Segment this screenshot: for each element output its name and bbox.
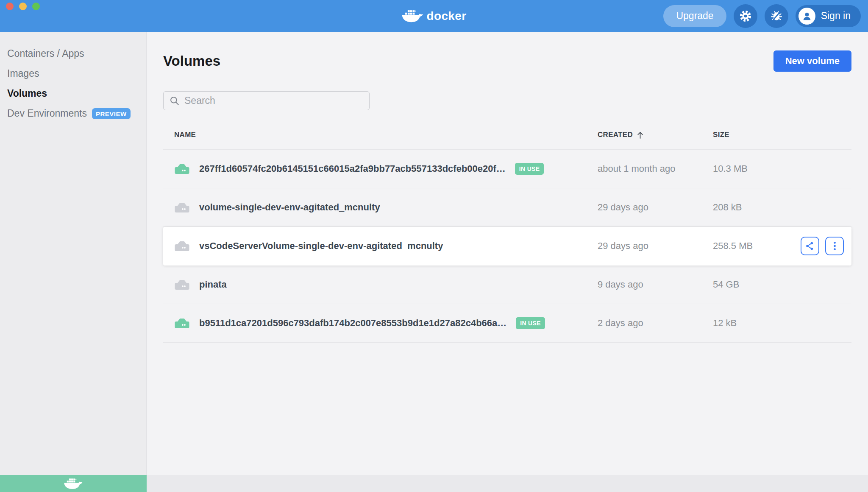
kebab-menu-icon: [833, 241, 836, 251]
volume-icon: [174, 201, 190, 213]
table-row[interactable]: vsCodeServerVolume-single-dev-env-agitat…: [163, 227, 851, 266]
page-title: Volumes: [163, 53, 220, 69]
brand-wordmark: docker: [426, 10, 466, 23]
volumes-table: NAME CREATED SIZE 267ff1d60574fc20b6145: [163, 120, 851, 343]
volume-icon: [174, 163, 190, 175]
sort-ascending-icon: [637, 131, 643, 139]
docker-status-bar: [0, 475, 147, 492]
volume-icon: [174, 317, 190, 329]
zoom-window-button[interactable]: [32, 3, 40, 10]
sidebar-item-containers-apps[interactable]: Containers / Apps: [0, 44, 146, 64]
sidebar-item-images[interactable]: Images: [0, 64, 146, 84]
header-controls: Upgrade: [663, 4, 861, 28]
sidebar-item-label: Containers / Apps: [7, 48, 84, 59]
sidebar: Containers / Apps Images Volumes Dev Env…: [0, 32, 147, 475]
volume-icon: [174, 240, 190, 252]
share-icon: [805, 241, 815, 251]
volume-size: 54 GB: [713, 279, 853, 290]
volume-size: 12 kB: [713, 318, 853, 329]
table-header: NAME CREATED SIZE: [163, 120, 851, 150]
sign-in-label: Sign in: [821, 10, 851, 22]
table-row[interactable]: pinata 9 days ago 54 GB: [163, 266, 851, 304]
preview-badge: PREVIEW: [92, 108, 131, 119]
volume-name: pinata: [199, 279, 227, 290]
window-controls: [6, 3, 40, 10]
column-header-created[interactable]: CREATED: [598, 131, 713, 139]
table-row[interactable]: volume-single-dev-env-agitated_mcnulty 2…: [163, 188, 851, 227]
main-content: Volumes New volume NAME CREATED SIZE: [147, 32, 868, 475]
volume-created: 29 days ago: [598, 202, 713, 213]
table-row[interactable]: b9511d1ca7201d596c793dafb174b2c007e8553b…: [163, 304, 851, 343]
in-use-badge: IN USE: [516, 317, 545, 329]
bug-report-button[interactable]: [765, 4, 788, 28]
in-use-badge: IN USE: [515, 163, 544, 175]
docker-logo: docker: [401, 9, 466, 23]
docker-whale-icon: [401, 9, 423, 23]
sign-in-button[interactable]: Sign in: [796, 5, 861, 27]
volume-created: 29 days ago: [598, 240, 713, 252]
close-window-button[interactable]: [6, 3, 14, 10]
search-box[interactable]: [163, 91, 370, 110]
column-header-name[interactable]: NAME: [174, 131, 598, 139]
volume-created: 2 days ago: [598, 318, 713, 329]
column-header-size[interactable]: SIZE: [713, 131, 853, 139]
volume-created: about 1 month ago: [598, 163, 713, 174]
table-row[interactable]: 267ff1d60574fc20b6145151c66015a2fa9bb77a…: [163, 150, 851, 188]
row-menu-button[interactable]: [825, 237, 844, 255]
minimize-window-button[interactable]: [19, 3, 27, 10]
footer-strip: [147, 475, 868, 492]
volume-name: 267ff1d60574fc20b6145151c66015a2fa9bb77a…: [199, 163, 506, 174]
volume-name: b9511d1ca7201d596c793dafb174b2c007e8553b…: [199, 318, 506, 329]
sidebar-item-label: Images: [7, 68, 39, 79]
gear-icon: [739, 10, 752, 22]
share-volume-button[interactable]: [801, 237, 819, 255]
sidebar-item-label: Dev Environments: [7, 108, 87, 119]
volume-size: 208 kB: [713, 202, 853, 213]
settings-button[interactable]: [734, 4, 757, 28]
volume-name: vsCodeServerVolume-single-dev-env-agitat…: [199, 240, 443, 252]
sidebar-item-dev-environments[interactable]: Dev Environments PREVIEW: [0, 103, 146, 123]
bug-icon: [770, 9, 783, 23]
volume-created: 9 days ago: [598, 279, 713, 290]
row-actions: [801, 237, 844, 255]
new-volume-button[interactable]: New volume: [773, 50, 851, 72]
title-bar: docker Upgrade: [0, 0, 868, 32]
volume-icon: [174, 279, 190, 291]
upgrade-button[interactable]: Upgrade: [663, 5, 726, 27]
sidebar-item-label: Volumes: [7, 88, 47, 99]
docker-whale-status-icon: [64, 478, 83, 490]
search-icon: [170, 96, 180, 106]
volume-name: volume-single-dev-env-agitated_mcnulty: [199, 202, 380, 213]
volume-size: 10.3 MB: [713, 163, 853, 174]
sidebar-item-volumes[interactable]: Volumes: [0, 84, 146, 103]
avatar: [798, 8, 815, 25]
search-input[interactable]: [184, 95, 364, 106]
person-icon: [801, 11, 812, 22]
